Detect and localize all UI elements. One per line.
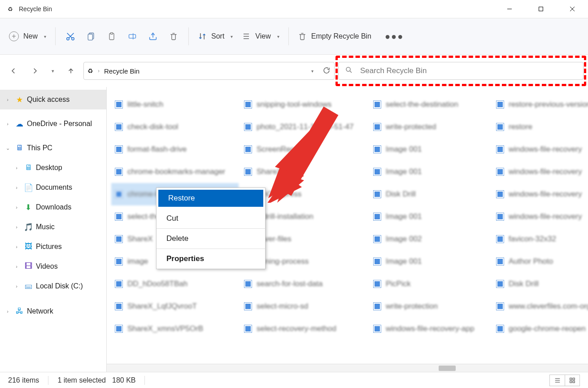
file-item[interactable]: PicPick <box>370 273 497 295</box>
file-item[interactable]: check-disk-tool <box>111 116 239 138</box>
status-item-count: 216 items <box>8 376 39 384</box>
file-item[interactable]: google-chrome-reopen <box>492 318 588 340</box>
sidebar-item-downloads[interactable]: › ⬇ Downloads <box>0 197 106 217</box>
svg-rect-9 <box>88 34 92 40</box>
new-button[interactable]: + New ▾ <box>4 26 51 47</box>
more-button[interactable]: ●●● <box>380 26 408 47</box>
sidebar-item-pictures[interactable]: › 🖼 Pictures <box>0 237 106 257</box>
paste-button[interactable] <box>101 26 122 47</box>
cloud-icon: ☁ <box>14 119 24 129</box>
file-item[interactable]: Author Photo <box>492 250 588 273</box>
close-button[interactable] <box>557 0 588 18</box>
separator <box>55 27 56 45</box>
pictures-icon: 🖼 <box>23 242 33 251</box>
file-item[interactable]: ShareX_LqfJQvrooT <box>111 295 239 318</box>
file-item[interactable]: restore <box>492 116 588 138</box>
search-input[interactable] <box>359 66 577 76</box>
chevron-down-icon[interactable]: ▾ <box>311 69 314 74</box>
sidebar-item-local-disk[interactable]: › 🖴 Local Disk (C:) <box>0 276 106 296</box>
file-item[interactable]: select-recovery-method <box>240 318 368 340</box>
file-item[interactable]: Image 002 <box>370 228 497 250</box>
sort-button[interactable]: Sort ▾ <box>193 26 237 47</box>
file-item[interactable]: write-protection <box>370 295 497 318</box>
context-menu: Restore Cut Delete Properties <box>156 187 266 269</box>
context-menu-properties[interactable]: Properties <box>157 249 265 269</box>
sidebar-item-network[interactable]: › 🖧 Network <box>0 301 106 321</box>
refresh-button[interactable] <box>322 66 331 76</box>
file-item[interactable]: format-flash-drive <box>111 138 239 161</box>
file-item[interactable]: little-snitch <box>111 93 239 116</box>
file-item[interactable]: select-the-destination <box>370 93 497 116</box>
file-item[interactable]: windows-file-recovery <box>492 161 588 183</box>
sidebar-item-music[interactable]: › 🎵 Music <box>0 217 106 237</box>
sidebar-item-videos[interactable]: › 🎞 Videos <box>0 257 106 276</box>
file-item[interactable]: photo_2021-11-1__10-51-47 <box>240 116 368 138</box>
delete-button[interactable] <box>163 26 184 47</box>
file-item[interactable]: Image 001 <box>370 138 497 161</box>
file-item[interactable]: ShareX <box>240 161 368 183</box>
details-view-button[interactable] <box>549 375 565 386</box>
file-name: select-the-destination <box>386 100 458 109</box>
context-menu-item-label: Delete <box>166 234 188 243</box>
nav-row: ▾ ♻ › Recycle Bin ▾ <box>0 55 588 87</box>
file-name: Author Photo <box>509 257 553 266</box>
file-icon <box>115 280 123 288</box>
recent-locations-button[interactable]: ▾ <box>48 62 58 80</box>
scissors-icon <box>65 31 75 41</box>
address-bar[interactable]: ♻ › Recycle Bin ▾ <box>83 62 335 80</box>
file-item[interactable]: Disk Drill <box>370 183 497 205</box>
context-menu-cut[interactable]: Cut <box>157 209 265 228</box>
file-item[interactable]: write-protected <box>370 116 497 138</box>
file-item[interactable]: ShareX_xmnsVP5OrB <box>111 318 239 340</box>
file-icon <box>115 168 123 176</box>
file-item[interactable]: DD_hDoo58TBah <box>111 273 239 295</box>
empty-recycle-bin-button[interactable]: Empty Recycle Bin <box>293 26 376 47</box>
sidebar-item-onedrive[interactable]: › ☁ OneDrive - Personal <box>0 114 106 134</box>
file-icon <box>115 100 123 109</box>
file-item[interactable]: Image 001 <box>370 250 497 273</box>
file-item[interactable]: snipping-tool-windows <box>240 93 368 116</box>
sidebar-item-quick-access[interactable]: › ★ Quick access <box>0 90 106 109</box>
file-item[interactable]: ScreenRec <box>240 138 368 161</box>
file-item[interactable]: windows-file-recovery-app <box>370 318 497 340</box>
view-button[interactable]: View ▾ <box>237 26 283 47</box>
file-list-area[interactable]: little-snitchcheck-disk-toolformat-flash… <box>107 87 588 372</box>
cut-button[interactable] <box>60 26 81 47</box>
file-item[interactable]: windows-file-recovery <box>492 183 588 205</box>
sidebar-item-documents[interactable]: › 📄 Documents <box>0 178 106 197</box>
sidebar-item-this-pc[interactable]: ⌄ 🖥 This PC <box>0 138 106 158</box>
file-icon <box>496 280 504 288</box>
file-name: windows-file-recovery <box>509 145 582 154</box>
minimize-button[interactable] <box>494 0 525 18</box>
file-item[interactable]: www.cleverfiles.com-org <box>492 295 588 318</box>
context-menu-delete[interactable]: Delete <box>157 229 265 248</box>
up-button[interactable] <box>62 62 80 80</box>
search-box[interactable] <box>338 62 584 80</box>
file-icon <box>496 257 504 266</box>
file-item[interactable]: select-micro-sd <box>240 295 368 318</box>
scrollbar-thumb[interactable] <box>439 366 456 371</box>
file-item[interactable]: windows-file-recovery <box>492 205 588 228</box>
context-menu-restore[interactable]: Restore <box>158 190 263 207</box>
file-item[interactable]: Disk Drill <box>492 273 588 295</box>
maximize-button[interactable] <box>525 0 557 18</box>
copy-button[interactable] <box>81 26 101 47</box>
file-item[interactable]: search-for-lost-data <box>240 273 368 295</box>
file-item[interactable]: favicon-32x32 <box>492 228 588 250</box>
sidebar-item-desktop[interactable]: › 🖥 Desktop <box>0 158 106 178</box>
share-button[interactable] <box>143 26 163 47</box>
file-item[interactable]: restore-previous-version <box>492 93 588 116</box>
sort-icon <box>198 32 207 41</box>
forward-button[interactable] <box>26 62 44 80</box>
horizontal-scrollbar[interactable] <box>107 364 588 372</box>
file-item[interactable]: chrome-bookmarks-manager <box>111 161 239 183</box>
file-item[interactable]: windows-file-recovery <box>492 138 588 161</box>
file-item[interactable]: Image 001 <box>370 205 497 228</box>
documents-icon: 📄 <box>23 183 33 192</box>
rename-button[interactable] <box>122 26 143 47</box>
thumbnails-view-button[interactable] <box>565 375 580 386</box>
back-button[interactable] <box>4 62 22 80</box>
breadcrumb[interactable]: Recycle Bin <box>104 67 139 75</box>
file-item[interactable]: Image 001 <box>370 161 497 183</box>
file-name: windows-file-recovery <box>509 212 582 221</box>
